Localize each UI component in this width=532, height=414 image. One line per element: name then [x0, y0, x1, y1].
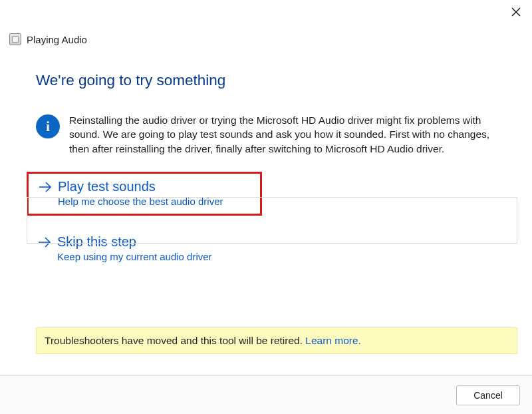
titlebar: Playing Audio: [9, 33, 87, 45]
content-area: We're going to try something i Reinstall…: [36, 72, 513, 270]
option-subtitle: Help me choose the best audio driver: [58, 196, 251, 207]
troubleshooter-window: Playing Audio We're going to try somethi…: [0, 0, 532, 414]
learn-more-link[interactable]: Learn more.: [305, 335, 361, 346]
info-icon: i: [36, 114, 60, 138]
close-button[interactable]: [509, 5, 523, 19]
cancel-button[interactable]: Cancel: [456, 385, 520, 405]
arrow-right-icon: [38, 180, 53, 194]
window-title: Playing Audio: [27, 34, 87, 45]
arrow-right-icon: [37, 235, 52, 250]
option-title-row: Play test sounds: [38, 179, 251, 194]
close-icon: [511, 7, 521, 17]
option-title-row: Skip this step: [37, 234, 507, 250]
option-title-text: Skip this step: [57, 234, 136, 250]
option-title-text: Play test sounds: [58, 179, 156, 194]
option-skip-this-step[interactable]: Skip this step Keep using my current aud…: [27, 228, 517, 270]
notice-banner: Troubleshooters have moved and this tool…: [36, 327, 517, 354]
info-icon-letter: i: [46, 119, 50, 134]
option-subtitle: Keep using my current audio driver: [57, 251, 507, 262]
option-play-test-sounds[interactable]: Play test sounds Help me choose the best…: [27, 172, 262, 216]
options-list: Play test sounds Help me choose the best…: [36, 172, 513, 270]
footer-bar: Cancel: [0, 375, 532, 414]
info-text: Reinstalling the audio driver or trying …: [69, 113, 508, 156]
info-row: i Reinstalling the audio driver or tryin…: [36, 113, 513, 156]
notice-text: Troubleshooters have moved and this tool…: [45, 335, 305, 346]
troubleshooter-app-icon: [9, 33, 21, 45]
page-heading: We're going to try something: [36, 72, 513, 89]
